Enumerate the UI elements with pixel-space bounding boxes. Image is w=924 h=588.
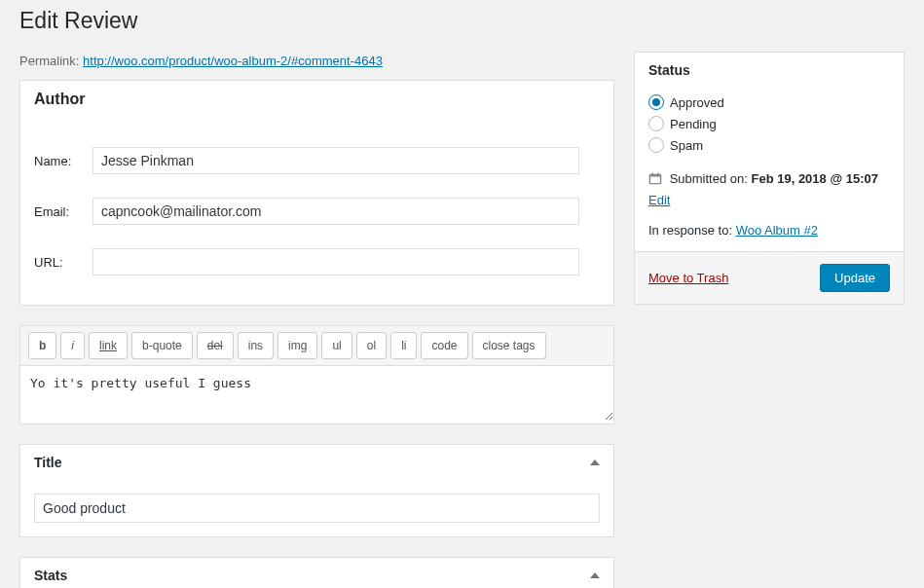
permalink-label: Permalink: xyxy=(19,54,79,68)
permalink-row: Permalink: http://woo.com/product/woo-al… xyxy=(19,52,614,70)
name-input[interactable] xyxy=(92,147,579,174)
update-button[interactable]: Update xyxy=(820,264,890,292)
qt-ins-button[interactable]: ins xyxy=(238,332,274,359)
qt-del-button[interactable]: del xyxy=(197,332,234,359)
qt-ul-button[interactable]: ul xyxy=(321,332,351,359)
move-to-trash-link[interactable]: Move to Trash xyxy=(648,271,728,285)
qt-link-button[interactable]: link xyxy=(89,332,128,359)
status-heading: Status xyxy=(635,53,904,88)
status-approved-label: Approved xyxy=(670,95,724,110)
title-box-header[interactable]: Title xyxy=(20,445,613,480)
status-pending-option[interactable]: Pending xyxy=(648,113,890,134)
radio-icon xyxy=(648,116,664,131)
page-title: Edit Review xyxy=(19,8,905,34)
url-label: URL: xyxy=(34,255,92,270)
qt-bquote-button[interactable]: b-quote xyxy=(131,332,193,359)
qt-code-button[interactable]: code xyxy=(421,332,467,359)
radio-checked-icon xyxy=(648,94,664,110)
qt-li-button[interactable]: li xyxy=(390,332,417,359)
status-pending-label: Pending xyxy=(670,117,717,131)
quicktags-toolbar: b i link b-quote del ins img ul ol li co… xyxy=(20,326,613,366)
response-label: In response to: xyxy=(648,223,732,238)
url-input[interactable] xyxy=(92,248,579,276)
submitted-label: Submitted on: xyxy=(670,171,748,186)
edit-date-link[interactable]: Edit xyxy=(648,193,670,207)
status-approved-option[interactable]: Approved xyxy=(648,92,890,113)
author-heading: Author xyxy=(20,81,613,118)
title-box: Title xyxy=(19,444,614,537)
permalink-link[interactable]: http://woo.com/product/woo-album-2/#comm… xyxy=(83,54,383,68)
submitted-date: Feb 19, 2018 @ 15:07 xyxy=(751,171,877,186)
email-label: Email: xyxy=(34,204,92,219)
title-heading: Title xyxy=(34,455,62,470)
qt-italic-button[interactable]: i xyxy=(60,332,85,359)
radio-icon xyxy=(648,137,664,153)
status-box: Status Approved Pending Spam xyxy=(634,52,905,305)
stats-box-header[interactable]: Stats xyxy=(20,558,613,588)
stats-box: Stats xyxy=(19,557,614,588)
qt-close-button[interactable]: close tags xyxy=(472,332,546,359)
name-label: Name: xyxy=(34,154,92,168)
toggle-up-icon xyxy=(590,572,600,578)
calendar-icon xyxy=(648,171,662,191)
qt-img-button[interactable]: img xyxy=(277,332,317,359)
content-editor: b i link b-quote del ins img ul ol li co… xyxy=(19,325,614,424)
qt-ol-button[interactable]: ol xyxy=(356,332,387,359)
email-input[interactable] xyxy=(92,198,579,225)
stats-heading: Stats xyxy=(34,568,67,583)
status-spam-label: Spam xyxy=(670,138,703,153)
title-input[interactable] xyxy=(34,494,600,523)
content-textarea[interactable] xyxy=(20,366,613,421)
status-spam-option[interactable]: Spam xyxy=(648,134,890,156)
qt-bold-button[interactable]: b xyxy=(28,332,56,359)
toggle-up-icon xyxy=(590,459,600,465)
author-box: Author Name: Email: URL: xyxy=(19,80,614,306)
response-target-link[interactable]: Woo Album #2 xyxy=(736,223,818,238)
